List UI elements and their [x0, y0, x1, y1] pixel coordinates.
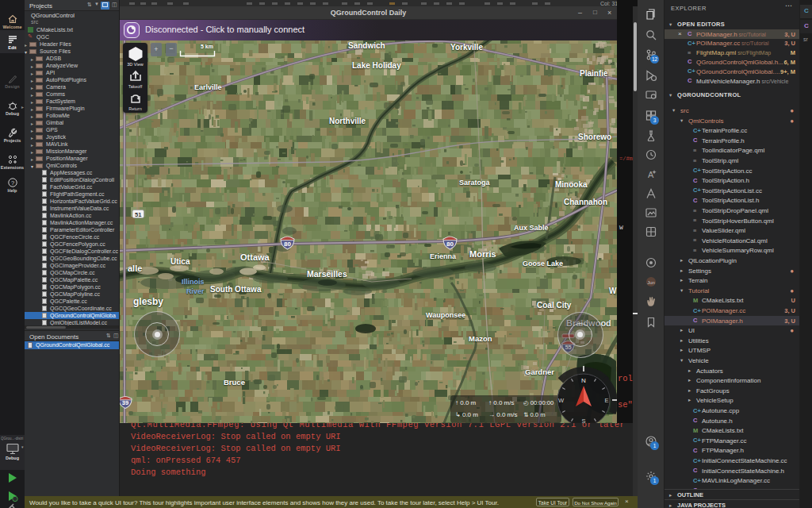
svg-text:?: ? [10, 179, 13, 187]
svg-text:E: E [604, 397, 608, 404]
svg-text:80: 80 [446, 241, 454, 248]
svg-text:Jun: Jun [647, 280, 655, 285]
svg-text:51: 51 [135, 211, 141, 218]
svg-text:80: 80 [284, 241, 291, 248]
svg-text:39: 39 [122, 399, 128, 406]
svg-text:A: A [648, 170, 654, 179]
svg-text:N: N [581, 377, 586, 384]
svg-text:S: S [581, 418, 585, 424]
svg-text:W: W [558, 397, 565, 404]
